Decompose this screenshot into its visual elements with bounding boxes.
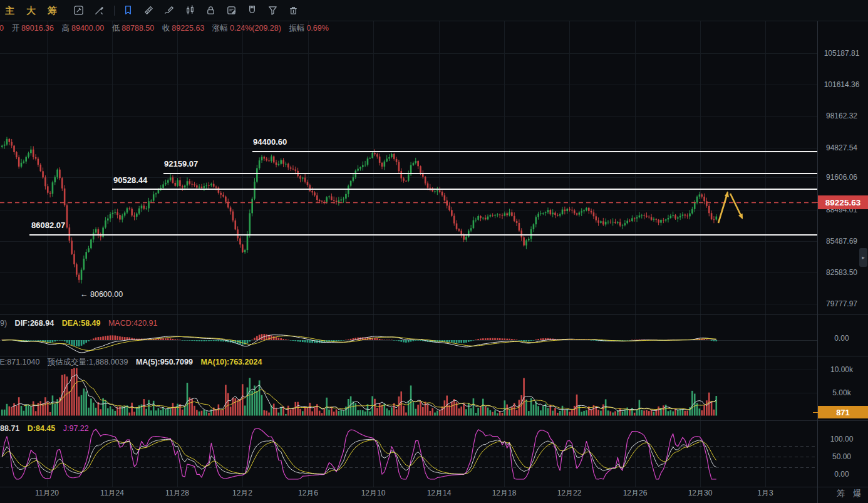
tab-main[interactable]: 主	[5, 0, 14, 21]
volume-bar	[83, 388, 85, 415]
volume-bar	[619, 408, 621, 415]
macd-histogram-bar	[59, 340, 61, 341]
volume-bar	[285, 414, 287, 416]
liquidation-toggle[interactable]: 爆	[853, 489, 862, 498]
candle-body	[576, 214, 578, 215]
candle-body	[655, 219, 657, 219]
volume-bar	[150, 410, 152, 415]
trend-arrow	[730, 194, 742, 218]
magnet-icon[interactable]	[244, 3, 259, 18]
macd-histogram-bar	[213, 340, 215, 341]
candle-body	[588, 208, 590, 211]
volume-bar	[706, 400, 708, 415]
macd-histogram-bar	[458, 340, 460, 343]
macd-histogram-bar	[525, 340, 527, 341]
ruler-icon[interactable]	[141, 3, 156, 18]
candle-body	[451, 210, 453, 215]
volume-bar	[287, 406, 289, 416]
candle-body	[674, 215, 676, 219]
candle-body	[509, 212, 510, 215]
candle-body	[158, 190, 160, 194]
y-axis-label: 82583.50	[826, 268, 857, 277]
macd-histogram-bar	[487, 338, 489, 340]
volume-bar	[465, 409, 467, 415]
candle-body	[453, 216, 455, 224]
macd-histogram-bar	[299, 340, 301, 342]
volume-bar	[35, 411, 37, 415]
macd-histogram-bar	[66, 340, 68, 343]
macd-histogram-bar	[116, 336, 118, 340]
macd-histogram-bar	[292, 340, 294, 341]
volume-bar	[266, 411, 267, 416]
chip-distribution-toggle[interactable]: 筹	[837, 489, 845, 498]
candle-body	[631, 218, 633, 221]
trash-icon[interactable]	[286, 3, 301, 18]
volume-bar	[9, 407, 11, 416]
candle-body	[13, 145, 15, 152]
candle-body	[403, 179, 405, 181]
candle-body	[523, 237, 525, 246]
bookmark-icon[interactable]	[120, 3, 135, 18]
candle-body	[266, 158, 267, 160]
candle-body	[624, 223, 626, 225]
candle-body	[304, 178, 306, 182]
candlestick-chart[interactable]: 94400.6092159.0790528.4486082.07← 80600.…	[0, 0, 868, 503]
candle-body	[677, 217, 679, 219]
note-edit-icon[interactable]	[224, 3, 239, 18]
close-value: 89225.63	[172, 24, 204, 33]
macd-histogram-bar	[71, 340, 73, 345]
volume-bar	[328, 410, 330, 416]
volume-bar	[439, 410, 441, 415]
candle-body	[591, 211, 592, 212]
volume-bar	[554, 408, 556, 415]
volume-bar	[114, 411, 116, 416]
macd-histogram-bar	[56, 340, 58, 341]
candle-body	[530, 229, 532, 239]
volume-bar	[540, 410, 542, 415]
volume-bar	[247, 388, 249, 416]
candle-body	[634, 218, 636, 219]
macd-histogram-bar	[222, 340, 224, 341]
candle-body	[213, 184, 215, 187]
volume-bar	[413, 402, 415, 415]
candle-body	[165, 183, 167, 185]
filter-icon[interactable]	[265, 3, 280, 18]
tab-chips[interactable]: 筹	[48, 0, 57, 21]
brush-icon[interactable]	[91, 3, 106, 18]
candle-body	[11, 142, 13, 146]
candle-body	[208, 185, 210, 186]
trend-arrow-head	[725, 191, 729, 197]
candle-body	[470, 228, 472, 231]
candle-body	[672, 215, 674, 215]
candle-body	[357, 169, 359, 170]
freehand-pen-icon[interactable]	[162, 3, 177, 18]
edit-square-icon[interactable]	[71, 3, 86, 18]
macd-histogram-bar	[591, 340, 592, 341]
volume-bar	[564, 410, 566, 416]
panel-collapse-handle[interactable]: ▸	[859, 248, 867, 267]
volume-bar	[232, 398, 234, 416]
volume-bar	[422, 407, 424, 416]
candle-body	[268, 160, 270, 161]
volume-bar	[427, 404, 429, 415]
volume-bar	[227, 393, 229, 415]
volume-bar	[364, 412, 366, 416]
candle-body	[47, 186, 49, 192]
lock-icon[interactable]	[203, 3, 218, 18]
candle-body	[81, 270, 83, 280]
candle-body	[319, 200, 321, 201]
macd-histogram-bar	[446, 340, 448, 342]
candle-body	[490, 215, 492, 216]
volume-bar	[473, 398, 475, 416]
candle-body	[71, 241, 73, 254]
candle-pattern-icon[interactable]	[182, 3, 197, 18]
candle-body	[595, 216, 597, 220]
candle-body	[307, 182, 309, 185]
candle-body	[52, 182, 54, 194]
candle-body	[204, 186, 205, 188]
candle-body	[682, 214, 684, 215]
candle-body	[222, 195, 224, 197]
ohlc-row: 00 开89016.36 高89400.00 低88788.50 收89225.…	[0, 23, 334, 34]
estimated-volume: 预估成交量:1,888.0039	[48, 358, 128, 366]
tab-market[interactable]: 大	[26, 0, 36, 21]
